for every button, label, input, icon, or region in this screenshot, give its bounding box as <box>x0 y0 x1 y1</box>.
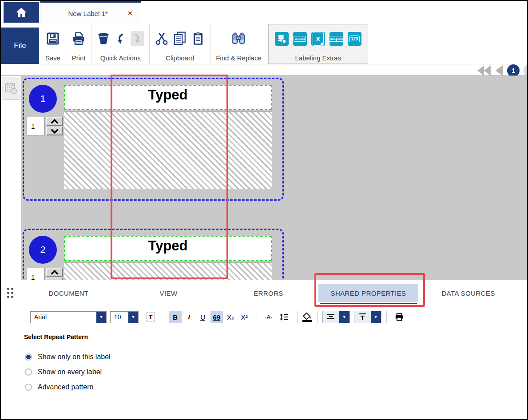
page-navigation-bar: 1 2 <box>1 64 527 75</box>
placeholder-object-1[interactable] <box>64 111 272 189</box>
ribbon-group-clipboard: Clipboard <box>150 24 210 64</box>
line-spacing-button[interactable] <box>277 311 291 323</box>
copies-spinner-2: 1 <box>27 268 63 280</box>
redo-icon[interactable] <box>131 31 144 46</box>
find-replace-group-label: Find & Replace <box>216 54 262 62</box>
save-group-label: Save <box>45 54 60 62</box>
superscript-button[interactable]: X² <box>238 311 250 323</box>
vertical-align-dropdown[interactable]: T ▼ <box>354 311 381 323</box>
tab-data-sources[interactable]: DATA SOURCES <box>418 284 518 302</box>
database-connection-icon[interactable] <box>275 32 289 46</box>
ribbon-groups: Save Print <box>40 24 368 64</box>
ribbon-group-labeling-extras: A-123 X 321|123 123 Labeling Extras <box>268 24 368 64</box>
label-number-badge-2[interactable]: 2 <box>29 236 57 264</box>
design-canvas[interactable]: 1 1 Typed 2 1 <box>1 75 527 280</box>
print-icon[interactable] <box>71 32 86 46</box>
chevron-down-icon[interactable]: ▼ <box>96 312 106 323</box>
radio-show-only-this-label[interactable]: Show only on this label <box>25 349 111 365</box>
ribbon-group-quick-actions: Quick Actions <box>91 24 150 64</box>
font-family-select[interactable]: Arial ▼ <box>30 311 107 323</box>
label-boundary-2[interactable]: 2 1 Typed <box>23 229 284 280</box>
next-page-indicator[interactable]: 2 <box>524 64 528 77</box>
copies-increment-button-2[interactable] <box>46 268 63 277</box>
font-size-select[interactable]: 10 ▼ <box>110 311 139 323</box>
number-format-icon[interactable]: 123 <box>348 32 361 46</box>
paint-bucket-icon <box>302 313 312 320</box>
line-spacing-icon <box>279 313 288 321</box>
printer-icon <box>394 313 404 321</box>
tab-view[interactable]: VIEW <box>119 284 218 302</box>
align-top-icon: T <box>354 311 371 323</box>
tab-document[interactable]: DOCUMENT <box>19 284 119 302</box>
date-time-tool-button[interactable] <box>2 77 20 100</box>
copy-icon[interactable] <box>173 31 187 46</box>
text-serialization-icon[interactable]: A-123 <box>293 32 307 46</box>
tab-errors[interactable]: ERRORS <box>218 284 318 302</box>
fill-color-button[interactable] <box>302 313 312 322</box>
character-spacing-button[interactable]: ·A· <box>262 311 275 323</box>
formatting-toolbar: Arial ▼ 10 ▼ T B I U 69 X₂ X² ·A· <box>30 310 408 324</box>
chevron-down-icon[interactable]: ▼ <box>339 311 349 323</box>
align-center-icon <box>323 311 339 323</box>
italic-button[interactable]: I <box>183 311 195 323</box>
radio-advanced-pattern[interactable]: Advanced pattern <box>25 380 111 395</box>
auto-fit-text-button[interactable]: T <box>144 311 158 323</box>
copies-increment-button-1[interactable] <box>46 117 63 126</box>
previous-page-icon[interactable] <box>496 65 503 76</box>
home-button[interactable] <box>4 2 39 23</box>
copies-spinner-1: 1 <box>27 117 63 135</box>
undo-icon[interactable] <box>115 32 126 46</box>
chevron-down-icon[interactable]: ▼ <box>128 312 138 323</box>
save-icon[interactable] <box>46 32 60 46</box>
label-number-badge-1[interactable]: 1 <box>29 85 57 113</box>
ribbon-group-save: Save <box>40 24 66 64</box>
chevron-down-icon[interactable]: ▼ <box>371 311 381 323</box>
tab-shared-properties[interactable]: SHARED PROPERTIES <box>318 284 418 302</box>
text-object-2[interactable]: Typed <box>64 236 272 261</box>
font-family-value: Arial <box>31 312 96 323</box>
repeat-pattern-options: Show only on this label Show on every la… <box>25 349 111 395</box>
file-menu-label: File <box>14 41 26 50</box>
delete-icon[interactable] <box>97 32 110 46</box>
document-tab-title: New Label 1* <box>40 10 127 17</box>
radio-unselected-icon[interactable] <box>25 384 32 391</box>
home-icon <box>15 7 28 18</box>
radio-show-every-label[interactable]: Show on every label <box>25 365 111 380</box>
text-object-content-1: Typed <box>148 86 188 109</box>
find-replace-icon[interactable] <box>230 32 246 46</box>
title-bar: New Label 1* ✕ <box>1 1 527 24</box>
panel-drag-handle-icon[interactable] <box>7 288 13 298</box>
placeholder-object-2[interactable] <box>64 262 272 280</box>
ribbon: File Save <box>1 24 527 64</box>
serialized-number-button[interactable]: 69 <box>210 311 223 323</box>
radio-selected-icon[interactable] <box>25 353 32 361</box>
panel-tabs: DOCUMENT VIEW ERRORS SHARED PROPERTIES D… <box>19 284 518 302</box>
print-visibility-button[interactable] <box>392 311 407 323</box>
document-tab[interactable]: New Label 1* ✕ <box>40 1 141 24</box>
print-group-label: Print <box>72 54 86 62</box>
horizontal-align-dropdown[interactable]: ▼ <box>322 311 350 323</box>
text-object-content-2: Typed <box>148 237 188 260</box>
close-tab-icon[interactable]: ✕ <box>127 10 141 17</box>
subscript-button[interactable]: X₂ <box>224 311 237 323</box>
font-size-value: 10 <box>111 312 128 323</box>
properties-panel: DOCUMENT VIEW ERRORS SHARED PROPERTIES D… <box>1 280 527 420</box>
first-page-icon[interactable] <box>477 65 492 76</box>
copies-decrement-button-1[interactable] <box>46 127 63 135</box>
underline-button[interactable]: U <box>197 311 209 323</box>
text-object-1[interactable]: Typed <box>64 85 272 110</box>
copies-value-1[interactable]: 1 <box>27 117 45 135</box>
ribbon-group-find-replace: Find & Replace <box>210 24 267 64</box>
clipboard-group-label: Clipboard <box>166 54 194 62</box>
cut-icon[interactable] <box>155 32 168 46</box>
remove-serialization-icon[interactable]: X <box>311 32 325 46</box>
bold-button[interactable]: B <box>169 311 182 323</box>
sequence-settings-icon[interactable]: 321|123 <box>330 32 343 46</box>
file-menu-button[interactable]: File <box>1 28 39 64</box>
label-boundary-1[interactable]: 1 1 Typed <box>23 78 284 201</box>
copies-value-2[interactable]: 1 <box>27 268 45 280</box>
application-window: New Label 1* ✕ File <box>0 0 528 420</box>
radio-unselected-icon[interactable] <box>25 368 32 376</box>
current-page-indicator[interactable]: 1 <box>507 64 520 77</box>
paste-icon[interactable] <box>191 31 205 46</box>
